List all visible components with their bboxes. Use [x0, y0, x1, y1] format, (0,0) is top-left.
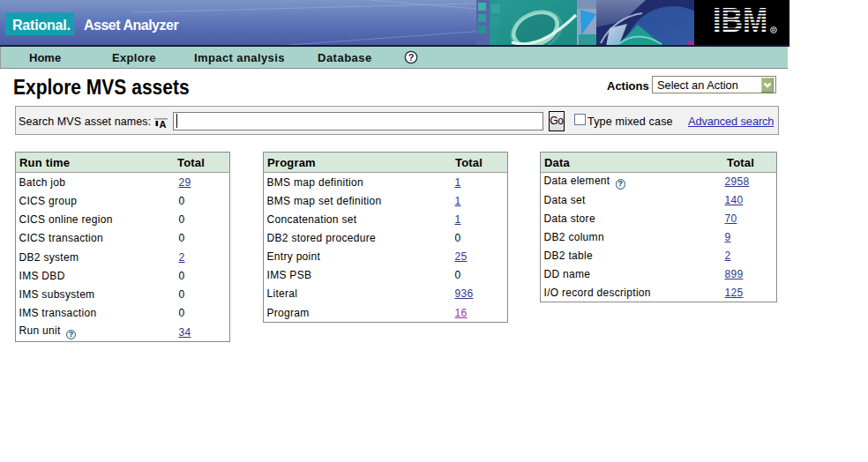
svg-text:A: A: [160, 119, 167, 130]
svg-text:Asset Analyzer: Asset Analyzer: [84, 18, 178, 33]
svg-text:Rational.: Rational.: [12, 18, 71, 33]
svg-text:R: R: [772, 27, 775, 33]
svg-text:?: ?: [408, 52, 415, 63]
